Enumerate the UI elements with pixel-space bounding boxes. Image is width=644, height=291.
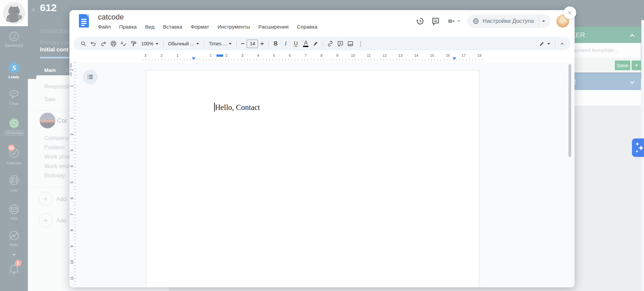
editing-mode-select[interactable]	[536, 41, 553, 47]
underline-button[interactable]: U	[291, 39, 301, 49]
field-position: Position	[44, 144, 64, 151]
decrease-font-size-button[interactable]	[239, 39, 247, 49]
menu-item[interactable]: Формат	[191, 24, 209, 30]
plus-icon	[260, 41, 264, 46]
save-button[interactable]: Save	[615, 60, 630, 70]
font-size-input[interactable]: 14	[247, 40, 258, 48]
plus-icon: +	[43, 216, 48, 225]
comments-button[interactable]	[431, 16, 440, 26]
share-button[interactable]: Настройки Доступа	[467, 14, 550, 28]
paint-roller-icon	[130, 40, 137, 47]
sidebar-item-whatsapp[interactable]: WhatsApp	[0, 117, 28, 135]
share-button-label: Настройки Доступа	[483, 18, 534, 25]
cat-avatar-image	[2, 1, 26, 25]
link-icon	[327, 40, 334, 47]
contact-avatar[interactable]	[40, 113, 55, 128]
caret-down-icon	[196, 43, 199, 45]
notifications-bell[interactable]: 1	[0, 262, 28, 279]
chevron-up-icon[interactable]	[630, 27, 635, 43]
paragraph-style-select[interactable]: Обычный ...	[165, 41, 202, 46]
plus-icon: +	[43, 194, 48, 204]
document-template-input[interactable]: ument template...	[570, 43, 641, 58]
menu-item[interactable]: Правка	[119, 24, 137, 30]
add-company-button[interactable]: +	[39, 213, 53, 227]
document-title[interactable]: catcode	[98, 13, 124, 22]
first-line-indent-marker[interactable]	[216, 54, 223, 57]
document-scrollbar[interactable]	[568, 64, 571, 157]
right-panel-top-header[interactable]: KER	[570, 27, 641, 43]
version-history-button[interactable]	[415, 16, 425, 26]
menu-item[interactable]: Расширения	[258, 24, 289, 30]
add-comment-button[interactable]	[335, 39, 345, 49]
zoom-select[interactable]: 100%	[139, 41, 161, 46]
paint-format-button[interactable]	[129, 39, 139, 49]
right-panel-bottom-header[interactable]: R	[570, 73, 641, 90]
redo-icon	[100, 40, 107, 47]
vertical-ruler: 211234567891011	[69, 62, 77, 287]
menu-item[interactable]: Инструменты	[217, 24, 250, 30]
menu-item[interactable]: Файл	[98, 24, 111, 30]
ruler-ticks	[74, 62, 76, 287]
stage-label[interactable]: Initial cont	[40, 46, 68, 53]
ruler-number: 1	[177, 53, 179, 57]
add-company-label[interactable]: Add	[56, 217, 66, 224]
sidebar-item-dashboard[interactable]: Dashboard	[0, 30, 28, 48]
ruler-number: 11	[367, 53, 370, 57]
sidebar-item-stats[interactable]: Stats	[0, 230, 28, 247]
close-modal-button[interactable]: ×	[563, 6, 576, 19]
undo-button[interactable]	[88, 39, 98, 49]
sidebar-item-calendar[interactable]: 19 Calendar	[0, 147, 28, 165]
field-responsible: Responsibl	[44, 83, 72, 90]
document-text[interactable]: Hello, Contact	[214, 102, 260, 112]
print-button[interactable]	[108, 39, 118, 49]
search-menus-button[interactable]	[78, 39, 88, 49]
share-dropdown[interactable]	[539, 14, 548, 28]
image-icon	[347, 40, 354, 47]
menu-item[interactable]: Вставка	[163, 24, 183, 30]
insert-image-button[interactable]	[345, 39, 355, 49]
ruler-number: 8	[320, 53, 323, 57]
pencil-icon	[539, 41, 545, 47]
comment-icon	[431, 17, 440, 26]
bold-button[interactable]: B	[270, 39, 281, 49]
join-call-button[interactable]	[446, 16, 461, 26]
chevron-down-icon[interactable]	[630, 73, 635, 90]
sidebar-item-lists[interactable]: Lists	[0, 174, 28, 193]
text-color-letter: A	[304, 40, 308, 45]
right-indent-marker[interactable]	[452, 57, 456, 60]
text-color-button[interactable]: A	[301, 39, 311, 49]
contact-name[interactable]: Cor	[57, 117, 67, 124]
menu-item[interactable]: Вид	[145, 24, 154, 30]
document-page[interactable]: Hello, Contact	[146, 70, 479, 287]
ruler-number: 2	[70, 132, 74, 137]
highlight-color-button[interactable]	[311, 39, 321, 49]
menu-item[interactable]: Справка	[297, 24, 317, 30]
left-indent-marker[interactable]	[192, 57, 196, 60]
more-options-button[interactable]: ⋮	[355, 39, 365, 49]
ruler-number: 1	[70, 116, 74, 121]
leads-icon: S	[8, 60, 20, 74]
document-outline-button[interactable]	[83, 70, 98, 84]
spelling-check-button[interactable]: A	[118, 39, 129, 49]
sidebar-item-mail[interactable]: Mail	[0, 203, 28, 221]
sidebar-item-chats[interactable]: Chats	[0, 88, 28, 106]
save-row: Save ▼	[570, 58, 641, 73]
ruler-number: 1	[70, 84, 74, 88]
ai-extension-button[interactable]	[632, 138, 644, 157]
hide-menus-button[interactable]	[557, 39, 567, 49]
font-select[interactable]: Times ...	[206, 41, 234, 46]
user-avatar[interactable]	[0, 0, 28, 26]
tab-main[interactable]: Main	[44, 67, 56, 73]
save-dropdown-button[interactable]: ▼	[632, 60, 642, 70]
sidebar-expand-icon[interactable]	[0, 254, 28, 256]
document-text-content: Hello, Contact	[215, 103, 260, 112]
increase-font-size-button[interactable]	[258, 39, 266, 49]
sidebar-label: Dashboard	[5, 43, 23, 47]
redo-button[interactable]	[98, 39, 108, 49]
insert-link-button[interactable]	[325, 39, 335, 49]
add-contact-label[interactable]: Add	[56, 196, 66, 203]
add-contact-button[interactable]: +	[39, 192, 53, 206]
sidebar-item-leads[interactable]: S Leads	[0, 60, 28, 79]
back-chevron-icon[interactable]: ‹	[32, 4, 35, 14]
italic-button[interactable]: I	[281, 39, 291, 49]
